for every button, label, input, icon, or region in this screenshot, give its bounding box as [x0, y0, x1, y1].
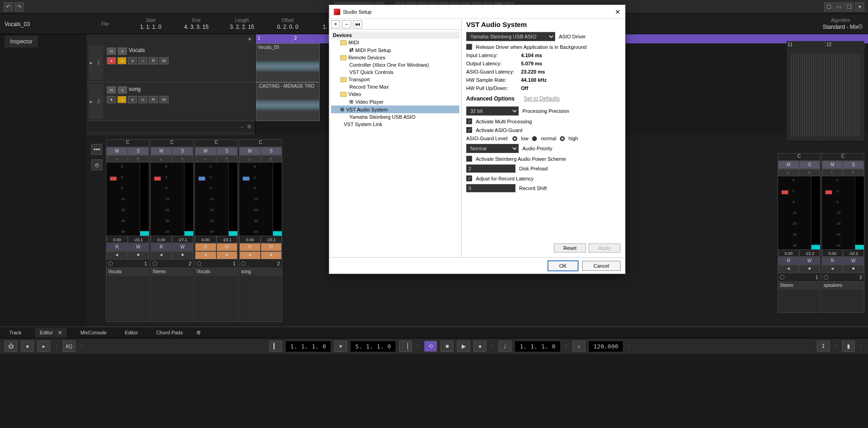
audio-priority-select[interactable]: Normal	[466, 144, 519, 153]
guard-level-normal-radio[interactable]	[532, 136, 537, 141]
layout-3-icon[interactable]: ☐	[844, 2, 853, 11]
tab-mixconsole[interactable]: MixConsole	[76, 328, 111, 337]
channel-name[interactable]: song	[239, 268, 282, 276]
click-icon[interactable]: ♪	[573, 341, 585, 352]
dash-icon[interactable]: –	[241, 124, 243, 129]
add-device-icon[interactable]: +	[331, 20, 340, 28]
power-icon[interactable]: ⏻	[5, 341, 17, 352]
punch-icon[interactable]: ●	[21, 341, 34, 352]
track-row[interactable]: ▸ 2 m s song ● ◂ ℯ ∞ R	[87, 82, 255, 121]
monitor-button[interactable]: ◂	[239, 251, 261, 259]
rewind-icon[interactable]: ⏮	[353, 20, 362, 28]
write-button[interactable]: W	[159, 57, 168, 64]
record-button[interactable]: ●	[473, 341, 486, 352]
volume-value[interactable]: 0.00	[106, 236, 128, 243]
power-scheme-checkbox[interactable]	[466, 156, 472, 162]
pan-display[interactable]: C	[106, 140, 149, 147]
monitor-button[interactable]: ◂	[106, 251, 128, 259]
monitor-button[interactable]: ◂	[195, 251, 216, 259]
inspector-tab[interactable]: Inspector	[5, 36, 38, 48]
mute-button[interactable]: M	[778, 161, 799, 169]
pan-display[interactable]: C	[151, 140, 193, 147]
offset-value[interactable]: 0. 2. 0. 0	[265, 24, 310, 30]
write-button[interactable]: W	[159, 96, 168, 103]
set-defaults-link[interactable]: Set to Defaults	[524, 95, 560, 102]
monitor-button[interactable]: ◂	[778, 265, 799, 273]
tree-item-vst-link[interactable]: VST System Link	[331, 121, 459, 128]
volume-value[interactable]: 0.00	[778, 249, 799, 257]
fader-track[interactable]	[195, 163, 209, 236]
channel-name[interactable]: Vocals	[106, 268, 149, 276]
write-button[interactable]: W	[799, 257, 820, 265]
volume-value[interactable]: 0.00	[239, 236, 261, 243]
peak-value[interactable]: -23.1	[216, 236, 238, 243]
edit-button[interactable]: ℯ	[128, 57, 137, 64]
read-button[interactable]: R	[195, 243, 216, 251]
fader-track[interactable]	[151, 163, 164, 236]
mute-button[interactable]: M	[822, 161, 843, 169]
channel-name[interactable]: speakers	[822, 281, 864, 290]
release-driver-checkbox[interactable]	[466, 44, 472, 50]
edit-button[interactable]: E	[172, 155, 194, 163]
guard-level-high-radio[interactable]	[560, 136, 565, 141]
settings-icon[interactable]: ⎋	[91, 159, 102, 170]
tab-track[interactable]: Track	[5, 328, 26, 337]
record-button[interactable]: ●	[216, 251, 238, 259]
cancel-button[interactable]: Cancel	[582, 261, 621, 271]
read-button[interactable]: R	[149, 96, 158, 103]
volume-value[interactable]: 0.00	[822, 249, 843, 257]
listen-button[interactable]: L	[151, 155, 172, 163]
peak-value[interactable]: -23.1	[261, 236, 282, 243]
start-value[interactable]: 1. 1. 1. 0	[128, 24, 174, 30]
redo-icon[interactable]: ↷	[15, 2, 24, 11]
record-enable-button[interactable]: ●	[107, 96, 116, 103]
solo-button[interactable]: s	[118, 48, 127, 55]
read-button[interactable]: R	[149, 57, 158, 64]
mute-button[interactable]: M	[195, 147, 216, 155]
channel-name[interactable]: Stereo	[778, 281, 820, 290]
metronome-icon[interactable]: ▸	[37, 341, 50, 352]
pan-display[interactable]: C	[822, 153, 864, 161]
asio-driver-select[interactable]: Yamaha Steinberg USB ASIO	[466, 32, 555, 41]
mute-button[interactable]: m	[107, 48, 116, 55]
channel-name[interactable]: Vocals	[195, 268, 237, 276]
guard-level-low-radio[interactable]	[512, 136, 517, 141]
ok-button[interactable]: OK	[547, 260, 579, 271]
write-button[interactable]: W	[128, 243, 149, 251]
solo-button[interactable]: S	[261, 147, 282, 155]
multi-processing-checkbox[interactable]: ✓	[466, 118, 472, 124]
pan-display[interactable]: C	[778, 153, 820, 161]
record-enable-button[interactable]: ●	[107, 57, 116, 64]
fader-track[interactable]	[822, 176, 836, 249]
gear-icon[interactable]: ⚙	[196, 330, 201, 336]
read-button[interactable]: R	[239, 243, 261, 251]
fader-track[interactable]	[239, 163, 253, 236]
gear-icon[interactable]: ⚙	[247, 124, 252, 130]
tree-item-remote[interactable]: Remote Devices	[331, 54, 459, 61]
layout-2-icon[interactable]: ▭	[834, 2, 843, 11]
listen-button[interactable]: L	[106, 155, 128, 163]
write-button[interactable]: W	[261, 243, 282, 251]
edit-button[interactable]: ℯ	[128, 96, 137, 103]
asio-guard-checkbox[interactable]: ✓	[466, 127, 472, 133]
tree-item-midi-port[interactable]: ⇄ MIDI Port Setup	[331, 46, 459, 54]
tab-editor[interactable]: Editor ✕	[35, 328, 67, 338]
peak-value[interactable]: -27.1	[172, 236, 194, 243]
chevron-down-icon[interactable]: ▾	[334, 341, 347, 352]
record-button[interactable]: ●	[843, 265, 864, 273]
fader-handle[interactable]	[242, 176, 250, 181]
tempo-icon[interactable]: ♩	[499, 341, 511, 352]
fader-handle[interactable]	[110, 176, 117, 181]
reset-button[interactable]: Reset	[554, 243, 586, 253]
peak-value[interactable]: -22.2	[843, 249, 864, 257]
track-row[interactable]: ▸ 1 m s Vocals ● ◂ ℯ ○ R	[87, 43, 255, 82]
fader-handle[interactable]	[154, 176, 161, 181]
audio-clip[interactable]: Vocals_03	[256, 43, 320, 82]
monitor-button[interactable]: ◂	[151, 251, 172, 259]
listen-button[interactable]: L	[778, 169, 799, 176]
add-track-icon[interactable]: +	[248, 35, 252, 42]
remove-device-icon[interactable]: −	[342, 20, 351, 28]
edit-button[interactable]: E	[128, 155, 149, 163]
write-button[interactable]: W	[172, 243, 194, 251]
tree-item-video[interactable]: Video	[331, 90, 459, 98]
